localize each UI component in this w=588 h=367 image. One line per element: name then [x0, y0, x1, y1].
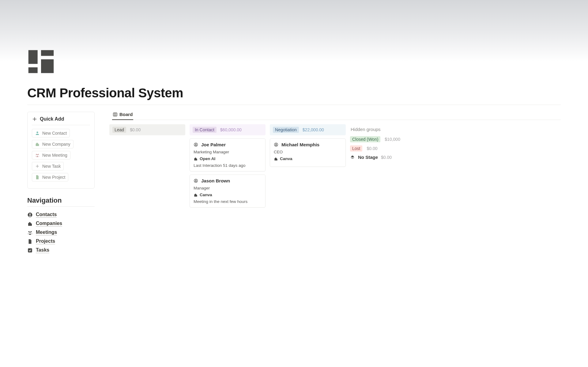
nav-item-label: Tasks: [36, 247, 49, 253]
plus-icon: [35, 164, 40, 169]
building-icon: [274, 157, 278, 161]
quick-add-new-contact[interactable]: New Contact: [32, 129, 70, 137]
svg-point-24: [195, 180, 197, 181]
sidebar: Quick Add New ContactNew CompanyNew Meet…: [27, 112, 95, 255]
quick-btn-label: New Company: [42, 142, 70, 147]
card-name: Joe Palmer: [201, 142, 226, 147]
account-icon: [27, 212, 33, 218]
svg-rect-2: [28, 67, 38, 73]
file-icon: [27, 239, 33, 244]
building-icon: [35, 142, 40, 147]
person-circle-icon: [194, 178, 198, 183]
svg-point-15: [31, 231, 32, 232]
card-jason-brown[interactable]: Jason BrownManagerCanvaMeeting in the ne…: [190, 174, 266, 208]
building-icon: [27, 221, 33, 227]
svg-rect-0: [28, 50, 38, 64]
card-role: Marketing Manager: [194, 150, 262, 154]
board-icon: [113, 112, 118, 117]
card-name: Jason Brown: [201, 178, 230, 183]
card-company: Open AI: [200, 156, 215, 161]
card-role: CEO: [274, 150, 342, 154]
nav-item-label: Contacts: [36, 212, 57, 218]
quick-add-panel: Quick Add New ContactNew CompanyNew Meet…: [27, 112, 95, 189]
navigation-heading: Navigation: [27, 197, 95, 207]
quick-add-label: Quick Add: [40, 116, 64, 122]
svg-point-16: [29, 231, 31, 233]
svg-rect-18: [113, 113, 117, 116]
stage-amount: $60,000.00: [220, 127, 242, 132]
quick-add-new-task[interactable]: New Task: [32, 162, 64, 170]
nav-item-meetings[interactable]: Meetings: [27, 228, 95, 237]
main-area: Board Lead$0.00In Contact$60,000.00Joe P…: [109, 112, 561, 211]
quick-add-new-project[interactable]: New Project: [32, 173, 68, 182]
card-name: Michael Memphis: [281, 142, 319, 147]
page-title: CRM Professional System: [27, 86, 561, 100]
column-negotiation: Negotiation$22,000.00Michael MemphisCEOC…: [270, 124, 346, 211]
svg-point-6: [36, 132, 38, 133]
hidden-row-lost[interactable]: Lost$0.00: [350, 145, 405, 152]
check-icon: [27, 248, 33, 253]
title-divider: [27, 105, 561, 105]
quick-btn-label: New Contact: [42, 131, 67, 136]
kanban-board: Lead$0.00In Contact$60,000.00Joe PalmerM…: [109, 124, 561, 211]
quick-btn-label: New Task: [42, 164, 61, 169]
nav-item-label: Companies: [36, 221, 62, 227]
column-lead: Lead$0.00: [109, 124, 185, 211]
hidden-row-closed-won-[interactable]: Closed (Won)$10,000: [350, 136, 405, 142]
card-joe-palmer[interactable]: Joe PalmerMarketing ManagerOpen AILast I…: [190, 138, 266, 171]
quick-add-new-company[interactable]: New Company: [32, 140, 74, 148]
svg-point-14: [28, 231, 29, 232]
people-icon: [35, 153, 40, 158]
column-header[interactable]: In Contact$60,000.00: [190, 124, 266, 135]
card-company: Canva: [280, 156, 292, 161]
quick-btn-label: New Project: [42, 175, 65, 180]
hidden-groups: Hidden groups Closed (Won)$10,000Lost$0.…: [350, 124, 405, 160]
card-meta: Last Interaction 51 days ago: [194, 163, 262, 168]
card-michael-memphis[interactable]: Michael MemphisCEOCanva: [270, 138, 346, 167]
card-company: Canva: [200, 193, 212, 197]
card-role: Manager: [194, 186, 262, 190]
stage-amount: $22,000.00: [303, 127, 324, 132]
tab-board[interactable]: Board: [112, 112, 133, 120]
tab-bar: Board: [112, 112, 561, 120]
no-stage-amount: $0.00: [381, 155, 392, 160]
card-meta: Meeting in the next few hours: [194, 199, 262, 204]
nav-item-contacts[interactable]: Contacts: [27, 210, 95, 219]
hidden-amount: $0.00: [367, 146, 377, 151]
nav-item-companies[interactable]: Companies: [27, 219, 95, 228]
hidden-groups-title: Hidden groups: [351, 127, 405, 132]
people-icon: [27, 230, 33, 235]
nav-item-tasks[interactable]: Tasks: [27, 246, 95, 255]
plus-icon: [32, 116, 37, 122]
no-stage-row[interactable]: No Stage $0.00: [350, 155, 405, 160]
layers-off-icon: [350, 155, 355, 160]
person-circle-icon: [274, 142, 278, 147]
svg-point-13: [29, 213, 31, 215]
column-in-contact: In Contact$60,000.00Joe PalmerMarketing …: [190, 124, 266, 211]
quick-add-heading: Quick Add: [32, 116, 90, 125]
svg-point-8: [38, 154, 39, 155]
svg-rect-3: [41, 59, 54, 73]
svg-point-26: [276, 144, 277, 145]
svg-point-22: [195, 144, 197, 145]
column-header[interactable]: Negotiation$22,000.00: [270, 124, 346, 135]
svg-rect-1: [41, 50, 54, 56]
person-circle-icon: [194, 142, 198, 147]
stage-tag: Lead: [112, 127, 126, 133]
svg-point-9: [37, 154, 38, 155]
stage-tag: In Contact: [193, 127, 217, 133]
tab-board-label: Board: [119, 112, 133, 117]
column-header[interactable]: Lead$0.00: [109, 124, 185, 135]
nav-item-projects[interactable]: Projects: [27, 237, 95, 246]
file-icon: [35, 175, 40, 180]
quick-btn-label: New Meeting: [42, 153, 67, 158]
nav-item-label: Meetings: [36, 230, 57, 235]
hidden-amount: $10,000: [385, 137, 400, 142]
svg-point-7: [36, 154, 37, 155]
building-icon: [194, 157, 198, 161]
quick-add-new-meeting[interactable]: New Meeting: [32, 151, 70, 159]
page-icon-dashboard: [27, 49, 55, 77]
no-stage-label: No Stage: [358, 155, 378, 160]
stage-tag: Closed (Won): [350, 136, 380, 142]
stage-amount: $0.00: [130, 127, 141, 132]
